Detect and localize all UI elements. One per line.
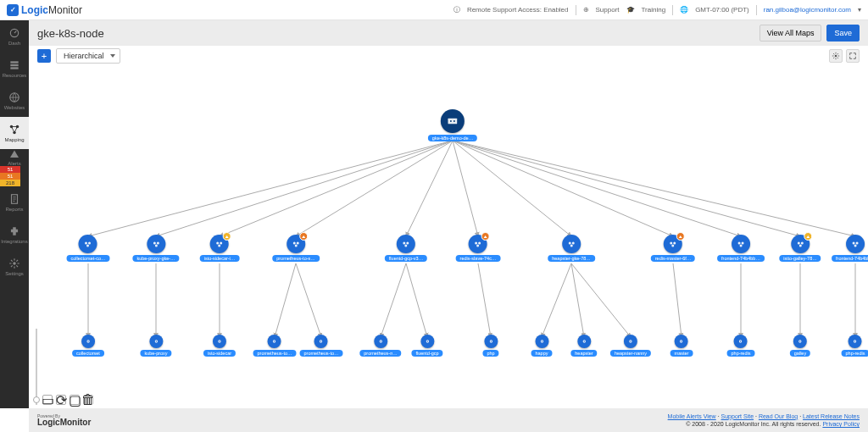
map-node-l11[interactable]: master: [670, 335, 693, 357]
footer-link-mobile[interactable]: Mobile Alerts View: [668, 413, 716, 419]
svg-point-10: [835, 55, 837, 58]
svg-point-72: [854, 245, 857, 247]
alert-badge-warn[interactable]: 218: [0, 180, 20, 186]
node-label: prometheus-to…: [300, 350, 343, 357]
map-node-l8[interactable]: happy: [531, 335, 553, 357]
save-button[interactable]: Save: [826, 25, 860, 42]
svg-point-102: [854, 341, 855, 341]
map-node-n8[interactable]: frontend-74b4bb…: [717, 235, 765, 262]
alert-badge-error[interactable]: 51: [0, 173, 20, 180]
layout-dropdown[interactable]: Hierarchical: [56, 48, 120, 64]
svg-line-28: [406, 263, 427, 337]
alert-indicator-warn: [223, 232, 231, 241]
svg-point-68: [801, 242, 804, 245]
page-title: gke-k8s-node: [37, 27, 104, 40]
node-label: isto-sidecar-i…: [200, 255, 240, 262]
footer-link-support[interactable]: Support Site: [721, 413, 754, 419]
svg-point-38: [450, 120, 452, 122]
node-label: galley: [790, 350, 810, 357]
node-icon: [624, 335, 637, 348]
map-node-l9[interactable]: heapster: [570, 335, 597, 357]
map-node-l7[interactable]: php: [482, 335, 498, 357]
nav-label: Integrations: [1, 239, 27, 244]
svg-point-42: [87, 245, 90, 247]
nav-settings[interactable]: Settings: [0, 251, 29, 283]
nav-reports[interactable]: Reports: [0, 186, 29, 219]
svg-line-13: [220, 141, 453, 236]
map-node-l2[interactable]: isto-sidecar: [203, 335, 236, 357]
node-icon: [420, 335, 434, 348]
footer-link-release[interactable]: Latest Release Notes: [803, 413, 860, 419]
map-node-n3[interactable]: prometheus-to-s…: [272, 235, 320, 262]
user-email-link[interactable]: ran.gilboa@logicmonitor.com: [764, 6, 851, 14]
node-label: php-redis: [842, 350, 868, 357]
nav-alerts[interactable]: Alerts: [0, 149, 29, 166]
map-node-n0[interactable]: collectorset-co…: [67, 235, 110, 262]
map-node-n7[interactable]: redis-master-6f…: [651, 235, 695, 262]
svg-point-66: [740, 245, 743, 247]
map-node-l14[interactable]: php-redis: [842, 335, 868, 357]
map-node-l13[interactable]: galley: [790, 335, 810, 357]
map-node-n9[interactable]: istio-galley-78…: [779, 235, 821, 262]
map-node-n5[interactable]: redis-slave-74c…: [456, 235, 501, 262]
refresh-icon[interactable]: ⟳: [56, 395, 66, 405]
nav-resources[interactable]: Resources: [0, 53, 29, 85]
map-node-l10[interactable]: heapster-nanny: [610, 335, 651, 357]
logo[interactable]: ✓ LogicMonitor: [7, 4, 82, 16]
map-node-l12[interactable]: php-redis: [727, 335, 755, 357]
svg-point-51: [294, 245, 297, 247]
svg-point-48: [219, 245, 221, 247]
expand-icon-button[interactable]: [846, 49, 860, 63]
node-label: fluentd-gcp: [411, 350, 442, 357]
gear-icon-button[interactable]: [829, 49, 843, 63]
node-icon: [535, 335, 548, 348]
nav-integrations[interactable]: Integrations: [0, 219, 29, 251]
training-link[interactable]: Training: [642, 6, 666, 14]
node-icon: [675, 335, 688, 348]
map-node-n2[interactable]: isto-sidecar-i…: [200, 235, 240, 262]
map-node-n1[interactable]: kube-proxy-gke-…: [132, 235, 179, 262]
fit-icon[interactable]: ▭: [42, 395, 53, 405]
map-canvas[interactable]: gke-k8s-demo-de…collectorset-co…kube-pro…: [29, 66, 868, 408]
node-label: heapster: [570, 350, 597, 357]
svg-line-19: [453, 141, 741, 236]
node-label: happy: [531, 350, 553, 357]
user-dropdown-icon[interactable]: ▾: [858, 6, 861, 14]
svg-line-26: [296, 263, 321, 337]
nav-mapping[interactable]: Mapping: [0, 117, 29, 149]
svg-line-20: [453, 141, 800, 236]
add-button[interactable]: +: [37, 49, 51, 63]
map-node-n6[interactable]: heapster-gke-78…: [548, 235, 595, 262]
map-node-n10[interactable]: frontend-74b4bb…: [832, 235, 868, 262]
node-label: isto-sidecar: [203, 350, 236, 357]
view-all-maps-button[interactable]: View All Maps: [760, 25, 822, 42]
map-node-l6[interactable]: fluentd-gcp: [411, 335, 442, 357]
svg-line-18: [453, 141, 673, 236]
support-link[interactable]: Support: [596, 6, 620, 14]
toolbar: + Hierarchical: [29, 46, 868, 66]
select-icon[interactable]: ▢: [70, 395, 80, 405]
map-node-n4[interactable]: fluentd-gcp-v3…: [385, 235, 427, 262]
map-node-l3[interactable]: prometheus-to…: [253, 335, 297, 357]
nav-websites[interactable]: Websites: [0, 85, 29, 117]
zoom-slider[interactable]: [34, 329, 39, 405]
timezone-label[interactable]: GMT-07:00 (PDT): [695, 6, 749, 14]
node-icon: [79, 235, 97, 253]
nav-label: Dash: [8, 41, 20, 46]
svg-rect-2: [10, 64, 18, 66]
map-node-l1[interactable]: kube-proxy: [140, 335, 171, 357]
map-node-l4[interactable]: prometheus-to…: [300, 335, 343, 357]
map-node-l5[interactable]: prometheus-n…: [359, 335, 401, 357]
footer-link-blog[interactable]: Read Our Blog: [759, 413, 798, 419]
remote-support-label[interactable]: Remote Support Access: Enabled: [467, 6, 569, 14]
sidebar: Dash Resources Websites Mapping Alerts 5…: [0, 20, 29, 408]
map-node-root[interactable]: gke-k8s-demo-de…: [428, 109, 477, 141]
brand-part-2: Monitor: [48, 4, 82, 16]
nav-dash[interactable]: Dash: [0, 20, 29, 53]
trash-icon[interactable]: 🗑: [83, 395, 93, 405]
node-icon: [213, 335, 226, 348]
alert-badge-critical[interactable]: 51: [0, 166, 20, 173]
footer-link-privacy[interactable]: Privacy Policy: [822, 421, 860, 427]
svg-line-25: [275, 263, 296, 337]
svg-rect-1: [10, 61, 18, 63]
